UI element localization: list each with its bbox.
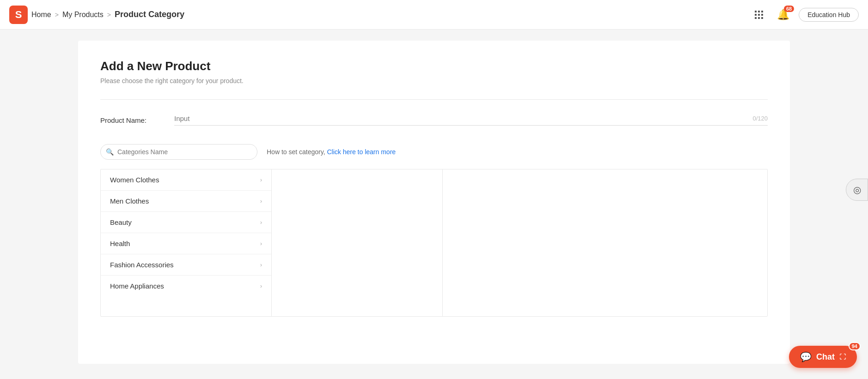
category-item-label: Beauty — [110, 218, 132, 226]
category-list-area: Women Clothes › Men Clothes › Beauty › H… — [100, 169, 768, 317]
category-item[interactable]: Men Clothes › — [101, 191, 271, 212]
category-item-label: Fashion Accessories — [110, 261, 174, 269]
svg-rect-8 — [761, 17, 763, 19]
how-to-text: How to set category, Click here to learn… — [267, 148, 396, 156]
main-content: Add a New Product Please choose the righ… — [78, 41, 790, 364]
product-name-input-wrap: 0/120 — [174, 114, 768, 126]
category-item[interactable]: Women Clothes › — [101, 169, 271, 191]
category-item-label: Men Clothes — [110, 197, 149, 205]
svg-rect-4 — [758, 14, 760, 16]
char-count: 0/120 — [752, 115, 768, 122]
category-column-3 — [443, 169, 767, 316]
chevron-right-icon: › — [260, 261, 262, 268]
svg-rect-3 — [755, 14, 757, 16]
svg-rect-7 — [758, 17, 760, 19]
category-item[interactable]: Beauty › — [101, 212, 271, 233]
category-search-wrap: 🔍 — [100, 144, 257, 160]
category-item-label: Women Clothes — [110, 176, 159, 184]
category-section: 🔍 How to set category, Click here to lea… — [100, 144, 768, 160]
chat-button[interactable]: 94 💬 Chat ⛶ — [789, 346, 857, 368]
svg-rect-6 — [755, 17, 757, 19]
svg-rect-5 — [761, 14, 763, 16]
breadcrumb: Home > My Products > Product Category — [31, 10, 184, 19]
chat-icon: 💬 — [800, 351, 812, 362]
product-name-row: Product Name: 0/120 — [100, 114, 768, 126]
chevron-right-icon: › — [260, 219, 262, 226]
category-item[interactable]: Health › — [101, 233, 271, 254]
page-subtitle: Please choose the right category for you… — [100, 77, 768, 84]
chevron-right-icon: › — [260, 198, 262, 205]
breadcrumb-sep-1: > — [55, 11, 59, 18]
apps-icon[interactable] — [751, 6, 767, 23]
header-right: 🔔 68 Education Hub — [751, 6, 859, 23]
product-name-label: Product Name: — [100, 116, 174, 124]
chevron-right-icon: › — [260, 283, 262, 289]
search-icon: 🔍 — [106, 148, 114, 156]
breadcrumb-my-products[interactable]: My Products — [62, 11, 104, 19]
chat-label: Chat — [816, 352, 835, 362]
education-hub-button[interactable]: Education Hub — [799, 8, 859, 22]
expand-icon: ⛶ — [839, 353, 846, 361]
chat-badge: 94 — [849, 342, 861, 350]
learn-more-link[interactable]: Click here to learn more — [327, 148, 396, 156]
category-item-label: Home Appliances — [110, 282, 164, 290]
page-title: Add a New Product — [100, 59, 768, 73]
shopee-logo[interactable]: S — [9, 6, 28, 24]
breadcrumb-sep-2: > — [107, 11, 111, 18]
product-name-input[interactable] — [174, 114, 747, 122]
header-left: S Home > My Products > Product Category — [9, 6, 751, 24]
svg-rect-2 — [761, 11, 763, 12]
category-column-2 — [272, 169, 443, 316]
svg-rect-1 — [758, 11, 760, 12]
header: S Home > My Products > Product Category — [0, 0, 868, 30]
category-item-label: Health — [110, 240, 130, 247]
how-to-label: How to set category, — [267, 148, 325, 156]
circle-icon: ◎ — [853, 184, 861, 195]
category-column-1: Women Clothes › Men Clothes › Beauty › H… — [101, 169, 272, 316]
svg-rect-0 — [755, 11, 757, 12]
chevron-right-icon: › — [260, 240, 262, 247]
breadcrumb-home[interactable]: Home — [31, 11, 51, 19]
breadcrumb-current-page: Product Category — [115, 10, 184, 19]
notification-button[interactable]: 🔔 68 — [775, 6, 791, 23]
chevron-right-icon: › — [260, 176, 262, 183]
divider — [100, 99, 768, 100]
category-item[interactable]: Fashion Accessories › — [101, 254, 271, 276]
floating-side-icon[interactable]: ◎ — [846, 179, 868, 201]
category-item[interactable]: Home Appliances › — [101, 276, 271, 296]
category-search-input[interactable] — [100, 144, 257, 160]
notification-badge: 68 — [784, 6, 794, 12]
